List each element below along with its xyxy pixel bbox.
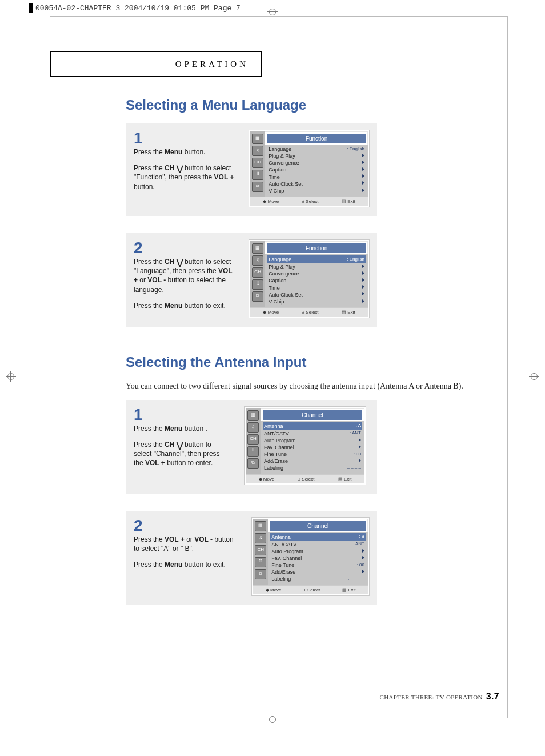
osd-row-label: Time: [269, 285, 280, 291]
osd-row-value: [362, 167, 364, 173]
osd-menu-row: Time: [267, 285, 366, 291]
osd-row-value: [362, 174, 364, 180]
triangle-right-icon: [362, 174, 364, 178]
osd-row-label: V-Chip: [269, 298, 284, 305]
footer-chapter: CHAPTER THREE: TV OPERATION: [380, 694, 483, 701]
osd-menu-row: V-Chip: [267, 298, 366, 305]
osd-menu-row: Labeling: – – – –: [263, 465, 362, 471]
triangle-right-icon: [362, 299, 364, 303]
triangle-right-icon: [359, 459, 361, 462]
osd-row-value: : B: [359, 534, 364, 540]
osd-tab-icon: ♫: [252, 146, 263, 156]
print-slug: 00054A-02-CHAPTER 3 2004/10/19 01:05 PM …: [29, 3, 511, 13]
osd-row-value: [362, 278, 364, 284]
osd-tab-icon: ⧉: [255, 569, 266, 579]
triangle-right-icon: [362, 181, 364, 185]
osd-row-value: : – – – –: [348, 576, 364, 582]
osd-footer: ◆ Move ± Select ▤ Exit: [246, 474, 364, 483]
osd-row-value: [362, 160, 364, 166]
osd-row-label: Auto Clock Set: [269, 291, 303, 298]
osd-menu-row: Caption: [267, 166, 366, 173]
heading-selecting-language: Selecting a Menu Language: [126, 97, 491, 113]
crop-mark-bottom: [267, 714, 278, 725]
osd-tab-icon: CH: [247, 434, 259, 445]
osd-tab-icon: ▦: [255, 521, 266, 531]
osd-tab-icon: ⠿: [255, 557, 266, 567]
crop-mark-left: [6, 371, 16, 382]
osd-row-value: [362, 569, 364, 575]
triangle-right-icon: [362, 271, 364, 275]
osd-menu-row: Antenna: A: [263, 422, 362, 430]
triangle-right-icon: [362, 161, 364, 164]
step-number: 1: [134, 407, 231, 423]
osd-tab-icon: ▦: [252, 243, 263, 254]
triangle-right-icon: [362, 285, 364, 289]
step-text: 1 Press the Menu button . Press the CH ⋁…: [134, 407, 231, 468]
osd-row-value: [362, 153, 364, 159]
osd-row-value: : – – – –: [344, 465, 361, 471]
osd-row-label: Labeling: [264, 465, 283, 471]
osd-row-label: Add/Erase: [271, 569, 295, 575]
osd-row-value: [359, 438, 361, 444]
osd-row-value: [359, 445, 361, 451]
osd-title: Channel: [270, 521, 366, 531]
osd-row-value: [362, 299, 364, 305]
osd-menu-row: Time: [267, 174, 366, 181]
step-block-lang-2: 2 Press the CH ⋁ button to select "Langu…: [126, 233, 377, 327]
trim-line-right: [507, 16, 508, 718]
osd-menu-row: Language: English: [267, 146, 366, 153]
osd-tab-icon: ⠿: [252, 279, 263, 290]
osd-tab-icon: ♫: [252, 255, 263, 266]
osd-tab-icon: ▦: [252, 134, 263, 144]
osd-row-label: Fine Tune: [264, 451, 287, 458]
osd-row-label: Antenna: [264, 423, 283, 430]
osd-menu-row: Convergence: [267, 270, 366, 277]
osd-row-value: [362, 264, 364, 270]
osd-row-label: Convergence: [269, 159, 299, 166]
step-text: 1 Press the Menu button. Press the CH ⋁ …: [134, 130, 235, 191]
osd-row-value: [362, 181, 364, 187]
antenna-intro: You can connect to two different signal …: [126, 381, 491, 392]
osd-row-label: Convergence: [269, 270, 299, 277]
osd-footer: ◆ Move ± Select ▤ Exit: [250, 197, 368, 206]
osd-row-value: [362, 188, 364, 194]
section-header-label: OPERATION: [175, 59, 249, 69]
osd-row-label: Add/Erase: [264, 458, 288, 465]
osd-row-label: Plug & Play: [269, 153, 295, 159]
triangle-right-icon: [362, 265, 364, 268]
osd-row-label: Fav. Channel: [271, 555, 302, 562]
down-caret-icon: ⋁: [177, 441, 183, 450]
osd-tab-icon: ♫: [255, 533, 266, 543]
osd-menu-row: Language: English: [267, 255, 366, 263]
triangle-right-icon: [362, 189, 364, 192]
osd-title: Function: [267, 134, 366, 143]
step-text: 2 Press the VOL + or VOL - button to sel…: [134, 518, 238, 570]
osd-footer: ◆ Move ± Select ▤ Exit: [253, 585, 368, 594]
section-header-box: OPERATION: [50, 51, 262, 77]
osd-row-label: Auto Clock Set: [269, 181, 303, 187]
triangle-right-icon: [362, 278, 364, 282]
triangle-right-icon: [362, 556, 364, 559]
osd-row-value: [362, 291, 364, 298]
osd-channel-2: ▦ ♫ CH ⠿ ⧉ Channel Antenna: BANT/CATV: A…: [252, 518, 369, 595]
osd-tab-icon: CH: [252, 267, 263, 278]
osd-row-label: Language: [269, 256, 291, 263]
osd-menu-row: Plug & Play: [267, 153, 366, 159]
osd-tab-icon: CH: [255, 545, 266, 555]
step-text: 2 Press the CH ⋁ button to select "Langu…: [134, 240, 235, 310]
osd-row-label: Fine Tune: [271, 562, 294, 569]
osd-row-value: : A: [356, 423, 361, 429]
osd-menu-row: Auto Clock Set: [267, 291, 366, 298]
osd-tab-icon: ▦: [247, 410, 259, 421]
osd-tab-icon: ⧉: [247, 458, 259, 469]
trim-line-top: [50, 16, 507, 17]
osd-menu-row: Fav. Channel: [263, 444, 362, 451]
triangle-right-icon: [359, 445, 361, 449]
osd-row-value: [362, 549, 364, 555]
osd-channel-1: ▦ ♫ CH ⠿ ⧉ Channel Antenna: AANT/CATV: A…: [245, 407, 366, 485]
osd-row-label: Caption: [269, 166, 286, 173]
page-footer: CHAPTER THREE: TV OPERATION 3.7: [380, 691, 499, 702]
osd-footer: ◆ Move ± Select ▤ Exit: [250, 307, 368, 317]
osd-row-label: Language: [269, 146, 291, 153]
osd-row-label: V-Chip: [269, 187, 284, 194]
